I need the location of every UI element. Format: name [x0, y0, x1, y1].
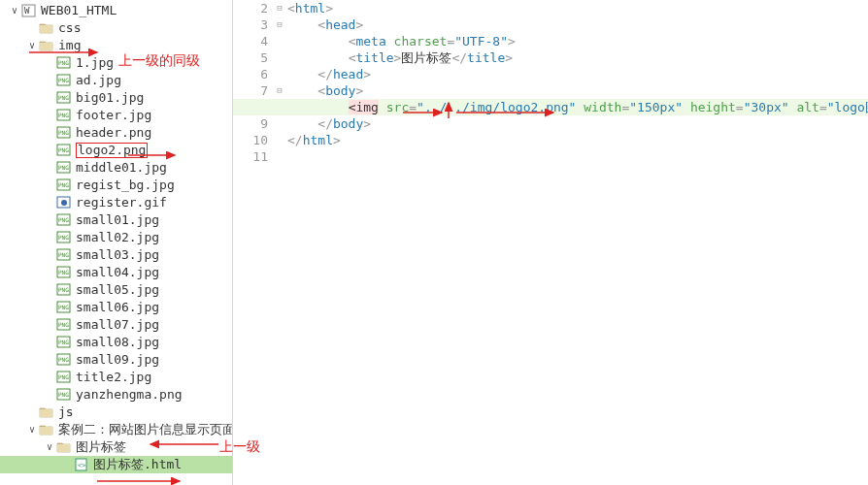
svg-text:<>: <> [78, 462, 85, 469]
svg-text:PNG: PNG [58, 59, 69, 66]
project-icon: W [21, 4, 37, 17]
fold-marker[interactable] [274, 66, 285, 82]
fold-marker[interactable] [274, 115, 285, 132]
svg-text:PNG: PNG [58, 181, 69, 188]
code-line[interactable]: <img src="../../img/logo2.png" width="15… [233, 99, 868, 115]
file-small06.jpg[interactable]: PNGsmall06.jpg [0, 299, 232, 316]
image-file-icon: PNG [56, 109, 72, 122]
file-small05.jpg[interactable]: PNGsmall05.jpg [0, 281, 232, 299]
file-small08.jpg[interactable]: PNGsmall08.jpg [0, 334, 232, 351]
code-line[interactable]: <title>图片标签</title> [287, 49, 868, 66]
image-file-icon: PNG [56, 353, 72, 367]
file-small03.jpg[interactable]: PNGsmall03.jpg [0, 246, 232, 264]
folder-img[interactable]: ∨img [0, 37, 232, 54]
project-root[interactable]: ∨WWEB01_HTML [0, 2, 232, 19]
tree-item-label: ad.jpg [76, 72, 121, 89]
code-editor[interactable]: 234567891011 ⊟⊟⊟ <html> <head> <meta cha… [233, 0, 868, 485]
code-line[interactable]: <head> [287, 16, 868, 33]
folder-icon [39, 39, 54, 52]
tree-item-label: footer.jpg [76, 107, 151, 124]
file-current-html[interactable]: <>图片标签.html [0, 456, 232, 473]
file-big01.jpg[interactable]: PNGbig01.jpg [0, 89, 232, 107]
svg-text:PNG: PNG [58, 216, 69, 223]
line-number: 10 [233, 132, 274, 148]
folder-icon [39, 423, 54, 436]
file-1.jpg[interactable]: PNG1.jpg [0, 54, 232, 72]
fold-marker[interactable]: ⊟ [274, 0, 285, 16]
image-file-icon: PNG [56, 301, 72, 314]
line-number: 5 [233, 49, 274, 66]
folder-tupian[interactable]: ∨图片标签 [0, 438, 232, 456]
tree-item-label: small07.jpg [76, 316, 159, 334]
tree-item-label: small09.jpg [76, 351, 159, 369]
line-number: 6 [233, 66, 274, 82]
folder-js[interactable]: js [0, 404, 232, 421]
folder-icon [39, 405, 54, 419]
file-middle01.jpg[interactable]: PNGmiddle01.jpg [0, 159, 232, 177]
svg-text:PNG: PNG [58, 373, 69, 380]
image-file-icon: PNG [56, 144, 72, 157]
file-register.gif[interactable]: register.gif [0, 194, 232, 211]
image-file-icon: PNG [56, 283, 72, 297]
tree-item-label: small03.jpg [76, 246, 159, 264]
fold-marker[interactable] [274, 49, 285, 66]
tree-item-label: logo2.png [76, 143, 148, 158]
code-line[interactable]: <meta charset="UTF-8"> [287, 33, 868, 49]
svg-text:PNG: PNG [58, 129, 69, 136]
tree-item-label: small02.jpg [76, 229, 159, 246]
code-line[interactable] [287, 148, 868, 165]
file-yanzhengma.png[interactable]: PNGyanzhengma.png [0, 386, 232, 404]
image-file-icon: PNG [56, 388, 72, 402]
tree-item-label: small01.jpg [76, 211, 159, 229]
folder-case2[interactable]: ∨案例二：网站图片信息显示页面 [0, 421, 232, 438]
folder-css[interactable]: css [0, 19, 232, 37]
file-small09.jpg[interactable]: PNGsmall09.jpg [0, 351, 232, 369]
image-file-icon: PNG [56, 178, 72, 192]
file-header.png[interactable]: PNGheader.png [0, 124, 232, 142]
html-file-icon: <> [74, 458, 89, 471]
svg-text:PNG: PNG [58, 146, 69, 153]
tree-item-label: 图片标签.html [93, 456, 182, 473]
file-small01.jpg[interactable]: PNGsmall01.jpg [0, 211, 232, 229]
tree-item-label: small05.jpg [76, 281, 159, 299]
tree-item-label: small04.jpg [76, 264, 159, 281]
file-title2.jpg[interactable]: PNGtitle2.jpg [0, 369, 232, 386]
expand-arrow[interactable]: ∨ [8, 2, 21, 19]
line-number: 9 [233, 115, 274, 132]
svg-text:PNG: PNG [58, 234, 69, 241]
fold-gutter[interactable]: ⊟⊟⊟ [274, 0, 285, 165]
tree-item-label: small08.jpg [76, 334, 159, 351]
file-small07.jpg[interactable]: PNGsmall07.jpg [0, 316, 232, 334]
fold-marker[interactable]: ⊟ [274, 82, 285, 99]
file-regist_bg.jpg[interactable]: PNGregist_bg.jpg [0, 177, 232, 194]
code-line[interactable]: </html> [287, 132, 868, 148]
expand-arrow[interactable]: ∨ [25, 37, 39, 54]
svg-text:PNG: PNG [58, 391, 69, 398]
expand-arrow[interactable]: ∨ [43, 438, 56, 456]
code-line[interactable]: </head> [287, 66, 868, 82]
tree-item-label: register.gif [76, 194, 167, 211]
fold-marker[interactable] [274, 33, 285, 49]
file-logo2.png[interactable]: PNGlogo2.png [0, 142, 232, 159]
code-line[interactable]: </body> [287, 115, 868, 132]
line-number: 11 [233, 148, 274, 165]
svg-text:PNG: PNG [58, 339, 69, 345]
expand-arrow[interactable]: ∨ [25, 421, 39, 438]
file-small02.jpg[interactable]: PNGsmall02.jpg [0, 229, 232, 246]
code-line[interactable]: <html> [287, 0, 868, 16]
code-line[interactable]: <body> [287, 82, 868, 99]
code-content[interactable]: <html> <head> <meta charset="UTF-8"> <ti… [287, 0, 868, 165]
svg-text:PNG: PNG [58, 94, 69, 101]
image-file-icon: PNG [56, 371, 72, 384]
fold-marker[interactable] [274, 148, 285, 165]
file-footer.jpg[interactable]: PNGfooter.jpg [0, 107, 232, 124]
file-tree-sidebar[interactable]: ∨WWEB01_HTMLcss∨imgPNG1.jpgPNGad.jpgPNGb… [0, 0, 233, 485]
file-ad.jpg[interactable]: PNGad.jpg [0, 72, 232, 89]
folder-icon [39, 21, 54, 35]
file-small04.jpg[interactable]: PNGsmall04.jpg [0, 264, 232, 281]
svg-point-19 [61, 200, 67, 206]
image-file-icon: PNG [56, 56, 72, 70]
fold-marker[interactable]: ⊟ [274, 16, 285, 33]
fold-marker[interactable] [274, 132, 285, 148]
tree-item-label: js [58, 404, 74, 421]
